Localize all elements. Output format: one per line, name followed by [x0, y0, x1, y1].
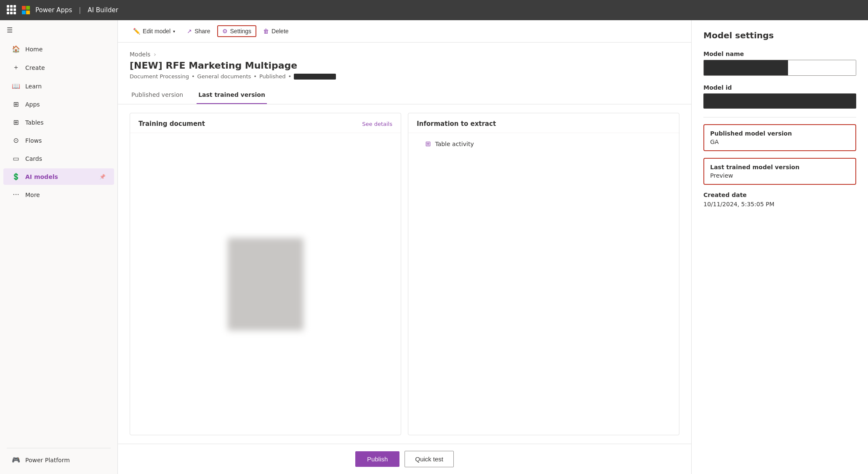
created-date-value: 10/11/2024, 5:35:05 PM: [703, 201, 856, 208]
page-meta: Document Processing • General documents …: [130, 73, 679, 80]
extract-panel-body: ⊞ Table activity: [408, 133, 679, 435]
sidebar-item-ai-models[interactable]: 💲 AI models 📌: [3, 168, 114, 185]
pin-icon: 📌: [99, 174, 106, 180]
sidebar-item-apps[interactable]: ⊞ Apps: [3, 96, 114, 112]
training-document-panel: Training document See details: [130, 113, 401, 435]
microsoft-logo: [22, 6, 30, 14]
sidebar-item-create[interactable]: ＋ Create: [3, 59, 114, 76]
sidebar-menu-button[interactable]: ☰: [0, 20, 117, 40]
sidebar-item-label: Learn: [25, 83, 42, 90]
model-id-value: [703, 93, 856, 109]
breadcrumb-chevron-icon: ›: [154, 51, 156, 58]
meta-published: Published: [259, 73, 286, 80]
model-name-label: Model name: [703, 51, 856, 57]
settings-icon: ⚙: [222, 28, 228, 35]
model-name-input[interactable]: [703, 60, 856, 76]
sidebar: ☰ 🏠 Home ＋ Create 📖 Learn ⊞ Apps ⊞ Table…: [0, 20, 118, 474]
sidebar-item-label: Tables: [25, 119, 44, 126]
share-button[interactable]: ↗ Share: [182, 25, 215, 37]
extract-item-table-activity: ⊞ Table activity: [417, 136, 482, 151]
delete-icon: 🗑: [263, 28, 269, 35]
topbar-separator: |: [79, 6, 81, 14]
meta-sep2: •: [253, 73, 257, 80]
page-header: Models › [NEW] RFE Marketing Multipage D…: [118, 43, 691, 80]
meta-sep1: •: [192, 73, 195, 80]
sidebar-item-label: Power Platform: [25, 457, 70, 463]
created-date-field: Created date 10/11/2024, 5:35:05 PM: [703, 192, 856, 208]
more-icon: ···: [12, 191, 20, 199]
model-name-empty: [788, 60, 856, 75]
sidebar-item-label: Cards: [25, 155, 42, 162]
extract-panel-title: Information to extract: [417, 120, 496, 128]
delete-button[interactable]: 🗑 Delete: [258, 25, 293, 37]
last-trained-version-value: Preview: [710, 172, 849, 179]
tab-published-version[interactable]: Published version: [130, 86, 185, 104]
sidebar-item-power-platform[interactable]: 🎮 Power Platform: [3, 452, 114, 468]
action-bar: Publish Quick test: [118, 444, 691, 474]
last-trained-version-label: Last trained model version: [710, 164, 849, 170]
create-icon: ＋: [12, 63, 20, 72]
panels-row: Training document See details Informatio…: [118, 104, 691, 444]
sidebar-item-tables[interactable]: ⊞ Tables: [3, 114, 114, 130]
sidebar-item-more[interactable]: ··· More: [3, 186, 114, 203]
page-title: [NEW] RFE Marketing Multipage: [130, 60, 679, 71]
sidebar-item-label: Create: [25, 64, 45, 71]
breadcrumb-models[interactable]: Models: [130, 51, 150, 58]
settings-divider-1: [703, 117, 856, 117]
training-panel-title: Training document: [138, 120, 205, 128]
tables-icon: ⊞: [12, 118, 20, 126]
sidebar-item-learn[interactable]: 📖 Learn: [3, 78, 114, 94]
training-document-preview: [228, 238, 304, 330]
sidebar-item-flows[interactable]: ⊙ Flows: [3, 132, 114, 149]
model-id-label: Model id: [703, 84, 856, 91]
last-trained-version-card: Last trained model version Preview: [703, 158, 856, 185]
sidebar-item-label: Apps: [25, 101, 40, 108]
settings-button[interactable]: ⚙ Settings: [217, 25, 257, 37]
settings-panel: Model settings Model name Model id Publi…: [691, 20, 868, 474]
edit-model-button[interactable]: ✏️ Edit model ▾: [128, 25, 180, 37]
sidebar-item-label: Flows: [25, 137, 42, 144]
cards-icon: ▭: [12, 154, 20, 162]
quick-test-button[interactable]: Quick test: [405, 451, 454, 467]
published-version-value: GA: [710, 138, 849, 145]
see-details-link[interactable]: See details: [362, 121, 392, 127]
panels-area: Training document See details Informatio…: [118, 104, 691, 474]
learn-icon: 📖: [12, 82, 20, 90]
chevron-down-icon: ▾: [173, 29, 175, 34]
training-panel-body: [130, 133, 401, 435]
main-layout: ☰ 🏠 Home ＋ Create 📖 Learn ⊞ Apps ⊞ Table…: [0, 20, 868, 474]
sidebar-item-label: Home: [25, 46, 43, 53]
tab-last-trained-version[interactable]: Last trained version: [197, 86, 267, 104]
extract-panel: Information to extract ⊞ Table activity: [408, 113, 679, 435]
model-name-fill: [704, 60, 788, 75]
panel-header-training: Training document See details: [130, 113, 401, 133]
created-date-label: Created date: [703, 192, 856, 198]
product-name: AI Builder: [88, 6, 118, 14]
extract-item-label: Table activity: [435, 141, 474, 147]
breadcrumb: Models ›: [130, 51, 679, 58]
app-name: Power Apps: [35, 6, 72, 14]
sidebar-item-label: AI models: [25, 173, 58, 180]
ai-models-icon: 💲: [12, 173, 20, 181]
home-icon: 🏠: [12, 45, 20, 53]
share-icon: ↗: [187, 28, 192, 35]
panels-inner: Training document See details Informatio…: [118, 104, 691, 474]
content-area: ✏️ Edit model ▾ ↗ Share ⚙ Settings 🗑 Del…: [118, 20, 691, 474]
sidebar-item-home[interactable]: 🏠 Home: [3, 41, 114, 57]
published-version-card: Published model version GA: [703, 124, 856, 151]
meta-redacted-value: [294, 74, 336, 80]
flows-icon: ⊙: [12, 136, 20, 144]
waffle-menu[interactable]: [7, 5, 17, 15]
sidebar-item-label: More: [25, 192, 40, 198]
sidebar-bottom: 🎮 Power Platform: [0, 439, 117, 474]
panel-header-extract: Information to extract: [408, 113, 679, 133]
topbar: Power Apps | AI Builder: [0, 0, 868, 20]
tabs: Published version Last trained version: [118, 86, 691, 104]
sidebar-item-cards[interactable]: ▭ Cards: [3, 150, 114, 167]
meta-doc-processing: Document Processing: [130, 73, 189, 80]
table-icon: ⊞: [425, 140, 431, 148]
publish-button[interactable]: Publish: [355, 451, 399, 467]
meta-sep3: •: [288, 73, 292, 80]
toolbar: ✏️ Edit model ▾ ↗ Share ⚙ Settings 🗑 Del…: [118, 20, 691, 43]
model-id-field: Model id: [703, 84, 856, 109]
